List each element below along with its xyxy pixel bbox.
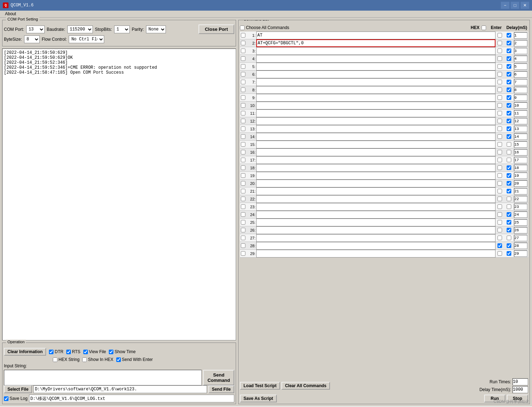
- cmd-enter-checkbox[interactable]: [504, 142, 514, 147]
- cmd-delay-input[interactable]: [514, 48, 527, 54]
- cmd-enter-checkbox[interactable]: [504, 80, 514, 84]
- view-file-checkbox-label[interactable]: View File: [83, 349, 106, 354]
- cmd-delay-input[interactable]: [514, 211, 527, 218]
- cmd-select-checkbox[interactable]: [240, 111, 246, 115]
- cmd-select-checkbox[interactable]: [240, 56, 246, 61]
- cmd-enter-checkbox[interactable]: [504, 204, 514, 209]
- cmd-enter-checkbox[interactable]: [504, 228, 514, 232]
- cmd-text-input[interactable]: [256, 47, 495, 55]
- cmd-text-input[interactable]: [256, 148, 495, 156]
- cmd-delay-input[interactable]: [514, 204, 527, 210]
- cmd-select-checkbox[interactable]: [240, 173, 246, 178]
- hex-string-checkbox[interactable]: [53, 357, 57, 362]
- cmd-hex-checkbox[interactable]: [495, 165, 504, 170]
- maximize-button[interactable]: □: [511, 2, 519, 9]
- show-in-hex-checkbox-label[interactable]: Show In HEX: [82, 357, 113, 362]
- cmd-enter-checkbox[interactable]: [504, 236, 514, 240]
- cmd-enter-checkbox[interactable]: [504, 173, 514, 178]
- cmd-hex-checkbox[interactable]: [495, 173, 504, 178]
- cmd-hex-checkbox[interactable]: [495, 228, 504, 232]
- cmd-enter-checkbox[interactable]: [504, 64, 514, 69]
- cmd-select-checkbox[interactable]: [240, 220, 246, 225]
- cmd-hex-checkbox[interactable]: [495, 204, 504, 209]
- cmd-delay-input[interactable]: [514, 102, 527, 109]
- cmd-hex-checkbox[interactable]: [495, 95, 504, 100]
- cmd-select-checkbox[interactable]: [240, 189, 246, 193]
- cmd-hex-checkbox[interactable]: [495, 243, 504, 248]
- load-test-script-button[interactable]: Load Test Script: [240, 382, 280, 390]
- cmd-enter-checkbox[interactable]: [504, 150, 514, 154]
- cmd-delay-input[interactable]: [514, 149, 527, 156]
- rts-checkbox[interactable]: [66, 350, 71, 354]
- cmd-select-checkbox[interactable]: [240, 72, 246, 77]
- cmd-delay-input[interactable]: [514, 235, 527, 241]
- show-time-checkbox-label[interactable]: Show Time: [109, 349, 135, 354]
- send-command-button[interactable]: Send Command: [203, 370, 234, 385]
- log-path-input[interactable]: [29, 395, 234, 402]
- cmd-text-input[interactable]: [256, 234, 495, 242]
- cmd-delay-input[interactable]: [514, 134, 527, 140]
- cmd-delay-input[interactable]: [514, 196, 527, 202]
- save-log-checkbox-label[interactable]: Save Log: [4, 396, 28, 401]
- cmd-select-checkbox[interactable]: [240, 142, 246, 147]
- cmd-select-checkbox[interactable]: [240, 228, 246, 232]
- cmd-select-checkbox[interactable]: [240, 126, 246, 131]
- cmd-enter-checkbox[interactable]: [504, 119, 514, 123]
- rts-checkbox-label[interactable]: RTS: [66, 349, 80, 354]
- baudrate-select[interactable]: 115200: [67, 26, 93, 33]
- hex-header-checkbox[interactable]: [481, 26, 487, 30]
- cmd-text-input[interactable]: [256, 242, 495, 250]
- cmd-hex-checkbox[interactable]: [495, 33, 504, 38]
- send-textarea[interactable]: [4, 370, 202, 385]
- cmd-text-input[interactable]: [256, 86, 495, 94]
- cmd-delay-input[interactable]: [514, 250, 527, 257]
- cmd-delay-input[interactable]: [514, 180, 527, 187]
- cmd-text-input[interactable]: [256, 164, 495, 172]
- cmd-text-input[interactable]: [256, 78, 495, 86]
- cmd-text-input[interactable]: [256, 125, 495, 133]
- cmd-text-input[interactable]: [256, 219, 495, 226]
- clear-all-commands-button[interactable]: Clear All Commands: [281, 382, 330, 390]
- cmd-select-checkbox[interactable]: [240, 243, 246, 248]
- cmd-enter-checkbox[interactable]: [504, 134, 514, 139]
- cmd-enter-checkbox[interactable]: [504, 251, 514, 256]
- cmd-text-input[interactable]: [256, 172, 495, 180]
- cmd-delay-input[interactable]: [514, 118, 527, 124]
- cmd-text-input[interactable]: [256, 70, 495, 78]
- cmd-hex-checkbox[interactable]: [495, 220, 504, 225]
- cmd-select-checkbox[interactable]: [240, 41, 246, 45]
- flow-control-select[interactable]: No Ctrl Flow: [69, 35, 104, 43]
- show-in-hex-checkbox[interactable]: [82, 357, 87, 362]
- cmd-enter-checkbox[interactable]: [504, 197, 514, 201]
- cmd-text-input[interactable]: [256, 226, 495, 234]
- cmd-enter-checkbox[interactable]: [504, 95, 514, 100]
- cmd-hex-checkbox[interactable]: [495, 119, 504, 123]
- cmd-text-input[interactable]: [256, 195, 495, 203]
- cmd-text-input[interactable]: [256, 109, 495, 117]
- choose-all-checkbox[interactable]: [240, 26, 245, 30]
- cmd-delay-input[interactable]: [514, 71, 527, 78]
- send-with-enter-checkbox[interactable]: [116, 357, 121, 362]
- cmd-text-input[interactable]: [256, 187, 495, 195]
- send-file-button[interactable]: Send File: [208, 385, 234, 393]
- cmd-select-checkbox[interactable]: [240, 64, 246, 69]
- cmd-delay-input[interactable]: [514, 165, 527, 171]
- cmd-hex-checkbox[interactable]: [495, 212, 504, 217]
- cmd-select-checkbox[interactable]: [240, 49, 246, 53]
- cmd-select-checkbox[interactable]: [240, 158, 246, 162]
- minimize-button[interactable]: −: [501, 2, 509, 9]
- cmd-hex-checkbox[interactable]: [495, 103, 504, 108]
- view-file-checkbox[interactable]: [83, 350, 88, 354]
- file-path-input[interactable]: [33, 385, 207, 393]
- cmd-delay-input[interactable]: [514, 79, 527, 85]
- cmd-hex-checkbox[interactable]: [495, 251, 504, 256]
- stopbits-select[interactable]: 1: [114, 26, 130, 33]
- cmd-hex-checkbox[interactable]: [495, 80, 504, 84]
- cmd-enter-checkbox[interactable]: [504, 111, 514, 115]
- cmd-hex-checkbox[interactable]: [495, 126, 504, 131]
- cmd-enter-checkbox[interactable]: [504, 87, 514, 92]
- cmd-hex-checkbox[interactable]: [495, 150, 504, 154]
- cmd-select-checkbox[interactable]: [240, 204, 246, 209]
- cmd-hex-checkbox[interactable]: [495, 56, 504, 61]
- close-port-button[interactable]: Close Port: [198, 24, 234, 34]
